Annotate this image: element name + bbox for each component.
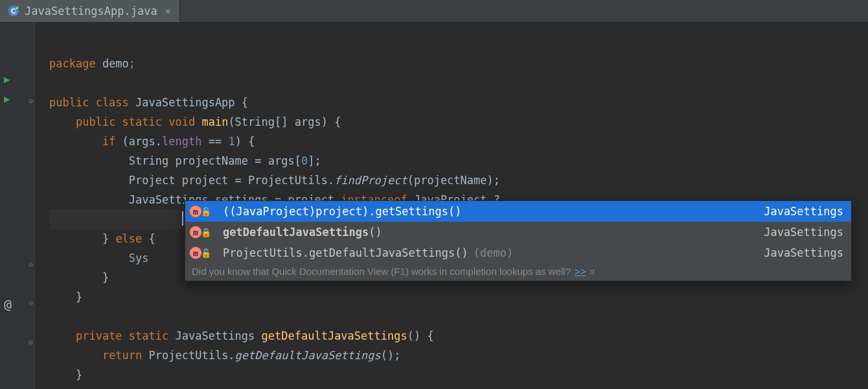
code-line: } else {	[49, 232, 155, 245]
method-icon: m	[189, 226, 202, 239]
completion-item-return: JavaSettings	[764, 246, 843, 259]
completion-tip-link[interactable]: >>	[575, 266, 586, 277]
completion-item-icons: m 🔒	[189, 226, 218, 239]
completion-item-label: ProjectUtils.getDefaultJavaSettings()	[223, 246, 468, 259]
code-line: }	[49, 271, 109, 284]
completion-item-hint: (demo)	[474, 246, 513, 259]
text-caret	[182, 211, 183, 226]
code-line: }	[49, 290, 82, 303]
code-line: }	[49, 368, 82, 381]
method-icon: m	[189, 205, 202, 218]
code-line: package demo;	[49, 57, 135, 70]
fold-icon[interactable]: ⊖	[29, 97, 33, 106]
completion-item[interactable]: m 🔒 getDefaultJavaSettings() JavaSetting…	[185, 222, 851, 242]
run-icon[interactable]: ▶	[4, 75, 10, 85]
close-icon[interactable]: ✕	[165, 6, 170, 16]
editor-tabbar: C JavaSettingsApp.java ✕	[0, 0, 868, 23]
file-tab[interactable]: C JavaSettingsApp.java ✕	[0, 0, 180, 22]
completion-footer: Did you know that Quick Documentation Vi…	[185, 263, 851, 281]
completion-item-label: ((JavaProject)project).getSettings()	[223, 205, 461, 218]
code-completion-popup[interactable]: m 🔓 ((JavaProject)project).getSettings()…	[185, 200, 852, 281]
code-line: return ProjectUtils.getDefaultJavaSettin…	[49, 349, 401, 362]
java-class-icon: C	[8, 5, 19, 17]
visibility-public-icon: 🔓	[201, 248, 211, 258]
editor-gutter[interactable]: ▶ ▶ ⊖ ⊖ ⊖ ⊖ @	[0, 23, 35, 389]
fold-icon[interactable]: ⊖	[29, 260, 33, 269]
completion-item[interactable]: m 🔓 ((JavaProject)project).getSettings()…	[185, 201, 851, 222]
code-line: private static JavaSettings getDefaultJa…	[49, 329, 434, 342]
fold-icon[interactable]: ⊖	[29, 338, 33, 347]
code-line: public static void main(String[] args) {	[49, 115, 341, 128]
method-icon: m	[189, 246, 202, 259]
completion-item-return: JavaSettings	[764, 226, 843, 239]
visibility-private-icon: 🔒	[201, 227, 211, 237]
bookmark-icon[interactable]: @	[4, 296, 12, 312]
visibility-public-icon: 🔓	[201, 206, 211, 217]
completion-item-label: getDefaultJavaSettings()	[223, 226, 382, 239]
pi-icon[interactable]: π	[590, 266, 595, 277]
code-line: if (args.length == 1) {	[49, 135, 255, 148]
fold-icon[interactable]: ⊖	[29, 299, 33, 308]
file-tab-label: JavaSettingsApp.java	[25, 5, 157, 18]
completion-item[interactable]: m 🔓 ProjectUtils.getDefaultJavaSettings(…	[185, 242, 851, 263]
code-line: String projectName = args[0];	[49, 154, 321, 167]
code-line: Project project = ProjectUtils.findProje…	[49, 174, 500, 187]
code-line: Sys	[49, 252, 149, 265]
completion-item-icons: m 🔓	[189, 246, 218, 259]
completion-item-icons: m 🔓	[189, 205, 218, 218]
run-icon[interactable]: ▶	[4, 94, 10, 104]
completion-tip-text: Did you know that Quick Documentation Vi…	[192, 266, 571, 277]
code-editor[interactable]: ▶ ▶ ⊖ ⊖ ⊖ ⊖ @ package demo; public class…	[0, 23, 868, 389]
completion-item-return: JavaSettings	[764, 205, 843, 218]
code-line: public class JavaSettingsApp {	[49, 96, 248, 109]
